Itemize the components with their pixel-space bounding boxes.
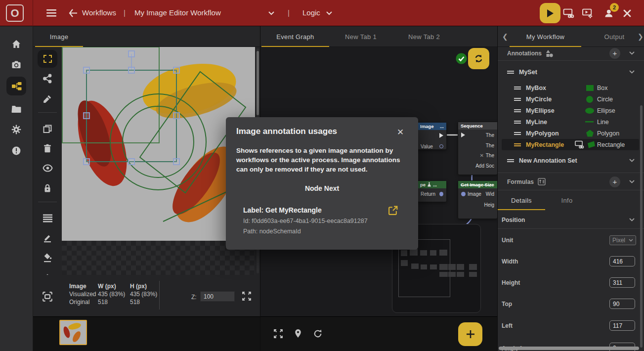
annotation-set-row[interactable]: MySet bbox=[498, 66, 644, 78]
add-formula-button[interactable]: + bbox=[609, 176, 620, 187]
unit-select[interactable]: Pixel bbox=[609, 235, 636, 245]
chevron-down-icon[interactable] bbox=[326, 11, 332, 15]
annotation-type: Box bbox=[597, 85, 608, 91]
drag-handle-icon[interactable] bbox=[514, 97, 521, 102]
node-menu-icon[interactable]: ... bbox=[433, 182, 437, 187]
node-sequence[interactable]: Sequence The The ✕The Add Soc bbox=[458, 122, 498, 175]
tab-image[interactable]: Image bbox=[35, 26, 83, 47]
link-usage-icon[interactable] bbox=[574, 140, 584, 149]
top-input[interactable] bbox=[609, 299, 635, 309]
tool-layers-list[interactable] bbox=[38, 209, 57, 227]
tab-my-workflow[interactable]: My Workflow bbox=[510, 26, 581, 47]
tool-lock[interactable] bbox=[38, 179, 57, 197]
tool-marquee-select[interactable] bbox=[38, 50, 57, 68]
screen-settings-button[interactable] bbox=[581, 8, 594, 18]
hamburger-icon[interactable] bbox=[46, 9, 56, 17]
remove-pin-icon[interactable]: ✕ bbox=[479, 153, 483, 158]
panel-vertical-scrollbar[interactable] bbox=[640, 105, 643, 348]
tools-button[interactable] bbox=[622, 8, 633, 18]
tool-visibility[interactable] bbox=[38, 159, 57, 177]
annotation-row[interactable]: MyPolygon Polygon bbox=[498, 128, 644, 139]
tool-share[interactable] bbox=[38, 70, 57, 88]
annotation-row[interactable]: MyBox Box bbox=[498, 82, 644, 93]
play-icon bbox=[546, 9, 554, 18]
workflow-link-button[interactable] bbox=[562, 8, 574, 18]
workflow-name-dropdown[interactable]: My Image Editor Workflow bbox=[134, 8, 221, 17]
image-toolbar bbox=[33, 47, 62, 275]
drag-handle-icon[interactable] bbox=[507, 70, 514, 75]
breadcrumb-workflows[interactable]: Workflows bbox=[82, 8, 116, 17]
tab-info[interactable]: Info bbox=[545, 190, 589, 210]
app-root: O Workflows | My Image Editor Workflow |… bbox=[0, 0, 644, 351]
fullscreen-button[interactable] bbox=[242, 291, 252, 301]
exec-out-pin[interactable] bbox=[439, 133, 443, 138]
graph-refresh-button[interactable] bbox=[313, 329, 323, 339]
close-icon[interactable]: ✕ bbox=[397, 127, 404, 137]
exec-in-pin[interactable] bbox=[461, 132, 465, 137]
height-input[interactable] bbox=[609, 277, 635, 288]
tab-output[interactable]: Output bbox=[587, 26, 642, 47]
annotation-row-selected[interactable]: MyRectangle Rectangle bbox=[502, 139, 639, 150]
chevron-down-icon[interactable] bbox=[268, 11, 274, 15]
node-shape[interactable]: pe ... Return bbox=[417, 180, 447, 202]
tab-details[interactable]: Details bbox=[498, 190, 545, 210]
chevron-down-icon[interactable] bbox=[629, 159, 635, 162]
nav-settings[interactable] bbox=[6, 120, 26, 139]
tool-delete[interactable] bbox=[38, 139, 57, 157]
drag-handle-icon[interactable] bbox=[507, 158, 514, 163]
back-arrow-icon[interactable] bbox=[68, 8, 78, 18]
add-node-button[interactable] bbox=[458, 322, 482, 346]
annotation-row[interactable]: MyEllipse Ellipse bbox=[498, 105, 644, 116]
panel-horizontal-scrollbar[interactable] bbox=[499, 347, 639, 350]
drag-handle-icon[interactable] bbox=[514, 108, 521, 113]
return-out-pin[interactable] bbox=[439, 192, 443, 196]
divider bbox=[38, 112, 57, 113]
tool-eyedropper[interactable] bbox=[38, 90, 57, 108]
graph-bottom-bar bbox=[260, 316, 498, 351]
nav-next-icon[interactable]: ❯ bbox=[638, 33, 644, 41]
logic-dropdown[interactable]: Logic bbox=[302, 8, 320, 17]
position-header[interactable]: Position bbox=[498, 214, 644, 226]
tool-draw[interactable] bbox=[38, 229, 57, 247]
run-button[interactable] bbox=[540, 3, 560, 23]
image-thumbnail[interactable] bbox=[59, 320, 87, 345]
chevron-down-icon[interactable] bbox=[629, 51, 635, 55]
app-logo[interactable]: O bbox=[6, 4, 24, 22]
add-socket-button[interactable]: Add Soc bbox=[475, 163, 494, 169]
graph-locate-button[interactable] bbox=[293, 328, 303, 339]
nav-prev-icon[interactable]: ❮ bbox=[502, 33, 508, 41]
image-in-pin[interactable] bbox=[461, 192, 466, 196]
graph-fullscreen-button[interactable] bbox=[273, 329, 283, 339]
scrollbar-thumb[interactable] bbox=[257, 51, 259, 115]
chevron-down-icon[interactable] bbox=[629, 70, 635, 74]
drag-handle-icon[interactable] bbox=[514, 131, 521, 136]
nav-workflows[interactable] bbox=[6, 77, 26, 95]
annotation-set-row[interactable]: New Annotation Set bbox=[498, 155, 644, 166]
drag-handle-icon[interactable] bbox=[514, 142, 521, 147]
drag-handle-icon[interactable] bbox=[514, 86, 521, 90]
chevron-down-icon[interactable] bbox=[629, 218, 635, 221]
value-out-pin[interactable] bbox=[439, 144, 443, 148]
nav-camera[interactable] bbox=[6, 55, 26, 74]
node-menu-icon[interactable]: ... bbox=[440, 124, 444, 129]
tool-copy[interactable] bbox=[38, 120, 57, 137]
open-node-button[interactable] bbox=[388, 205, 398, 216]
nav-alerts[interactable] bbox=[6, 141, 26, 160]
annotation-row[interactable]: MyLine Line bbox=[498, 116, 644, 128]
nav-files[interactable] bbox=[6, 100, 26, 119]
add-annotation-button[interactable]: + bbox=[609, 48, 620, 59]
zoom-input[interactable] bbox=[200, 291, 235, 302]
width-input[interactable] bbox=[609, 256, 635, 266]
users-button[interactable]: 2 bbox=[603, 7, 615, 18]
left-input[interactable] bbox=[609, 320, 635, 331]
divider bbox=[498, 228, 644, 229]
drag-handle-icon[interactable] bbox=[514, 120, 521, 125]
annotation-row[interactable]: MyCircle Circle bbox=[498, 93, 644, 105]
chevron-down-icon[interactable] bbox=[629, 180, 635, 183]
node-get-image-size[interactable]: Get Image Size ImageWid Heig bbox=[458, 180, 498, 219]
pin-icon bbox=[293, 328, 303, 339]
nav-home[interactable] bbox=[6, 35, 26, 53]
tool-fill[interactable] bbox=[38, 249, 57, 266]
fit-view-button[interactable] bbox=[42, 291, 53, 302]
node-image[interactable]: Image... Value bbox=[417, 122, 447, 150]
